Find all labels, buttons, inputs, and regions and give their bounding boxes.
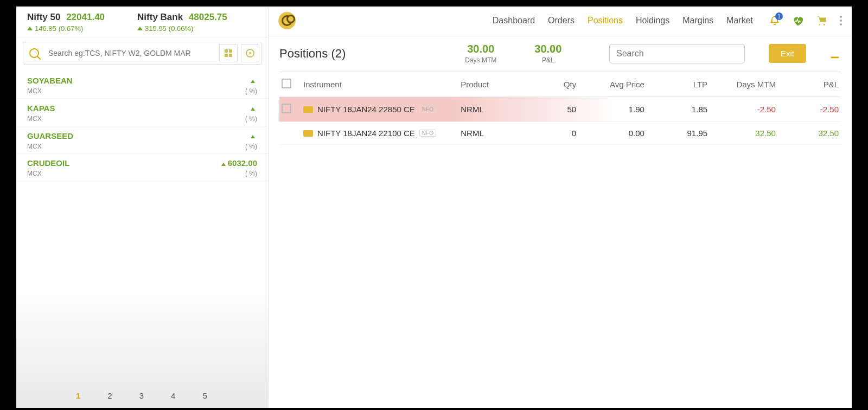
col-days-mtm[interactable]: Days MTM [707,80,776,89]
caret-up-icon [251,107,255,111]
gear-icon [246,49,254,57]
watchlist-item-name: CRUDEOIL [27,158,69,168]
watchlist-item-pct: ( %) [245,170,257,177]
cell-qty: 0 [524,129,576,138]
download-icon [829,48,841,60]
cell-instrument: NIFTY 18JAN24 22850 CE NFO [303,105,461,114]
caret-up-icon [27,27,33,30]
cell-mtm: -2.50 [707,105,776,114]
stat-pnl: 30.00 P&L [534,43,561,64]
nav-holdings[interactable]: Holdings [636,16,669,25]
col-ltp[interactable]: LTP [644,80,707,89]
nfo-tag: NFO [419,106,436,113]
caret-up-icon [251,135,255,138]
notification-badge: 1 [775,12,783,20]
watchlist: SOYABEAN MCX( %) KAPAS MCX( %) GUARSEED … [16,69,268,408]
download-button[interactable] [829,48,841,60]
watchlist-item[interactable]: SOYABEAN MCX( %) [16,71,268,99]
positions-search-input[interactable] [609,44,745,63]
index-niftybank[interactable]: Nifty Bank 48025.75 315.95 (0.66%) [137,12,227,33]
watchlist-item-pct: ( %) [245,87,257,95]
watchlist-search-input[interactable] [45,49,218,57]
search-icon [29,48,39,58]
table-header: Instrument Product Qty Avg Price LTP Day… [279,72,841,97]
watchlist-item-pct: ( %) [245,143,257,150]
nav-dashboard[interactable]: Dashboard [493,16,535,25]
watchlist-item-exchange: MCX [27,87,42,95]
cell-instrument: NIFTY 18JAN24 22100 CE NFO [303,129,461,138]
watchlist-item-exchange: MCX [27,170,42,177]
cell-mtm: 32.50 [707,129,776,138]
watchlist-item-exchange: MCX [27,115,42,123]
positions-table: Instrument Product Qty Avg Price LTP Day… [269,72,852,145]
watchlist-item-price: 6032.00 [228,158,257,168]
col-avg-price[interactable]: Avg Price [576,80,644,89]
table-row[interactable]: NIFTY 18JAN24 22850 CE NFO NRML 50 1.90 … [279,97,841,122]
caret-up-icon [221,163,226,166]
table-row[interactable]: NIFTY 18JAN24 22100 CE NFO NRML 0 0.00 9… [279,122,841,145]
page-5[interactable]: 5 [202,391,207,400]
col-instrument[interactable]: Instrument [303,80,461,89]
instrument-tag-icon [303,106,313,113]
page-2[interactable]: 2 [107,391,112,400]
caret-up-icon [137,27,143,30]
watchlist-item[interactable]: CRUDEOIL6032.00 MCX( %) [16,154,268,181]
nav-margins[interactable]: Margins [682,16,713,25]
grid-icon [225,49,232,57]
page-4[interactable]: 4 [171,391,175,400]
cell-qty: 50 [524,105,576,114]
cell-product: NRML [461,105,524,114]
cart-button[interactable] [816,15,828,27]
indices-bar: Nifty 50 22041.40 146.85 (0.67%) Nifty B… [16,7,268,37]
cell-avg: 0.00 [576,129,644,138]
watchlist-grid-button[interactable] [219,44,238,62]
watchlist-item[interactable]: KAPAS MCX( %) [16,99,268,126]
page-title: Positions (2) [279,47,346,61]
row-checkbox[interactable] [282,104,291,113]
positions-header: Positions (2) 30.00 Days MTM 30.00 P&L E… [269,35,852,72]
page-1[interactable]: 1 [76,391,80,400]
cell-ltp: 1.85 [644,105,707,114]
cell-pnl: 32.50 [776,129,839,138]
instrument-tag-icon [303,130,313,137]
watchlist-pagination: 1 2 3 4 5 [16,391,268,400]
watchlist-item-pct: ( %) [245,115,257,123]
watchlist-item-name: KAPAS [27,104,55,113]
nav-positions[interactable]: Positions [588,16,623,25]
stat-days-mtm: 30.00 Days MTM [465,43,496,64]
cell-ltp: 91.95 [644,129,707,138]
nav-market[interactable]: Market [726,16,753,25]
index-nifty50[interactable]: Nifty 50 22041.40 146.85 (0.67%) [27,12,105,33]
watchlist-item-name: GUARSEED [27,131,73,140]
cart-icon [816,15,828,27]
caret-up-icon [251,80,255,83]
cell-pnl: -2.50 [776,105,839,114]
nfo-tag: NFO [419,130,436,137]
cell-avg: 1.90 [576,105,644,114]
watchlist-settings-button[interactable] [241,44,259,62]
top-nav: Dashboard Orders Positions Holdings Marg… [269,7,852,35]
watchlist-item-exchange: MCX [27,143,42,150]
nav-orders[interactable]: Orders [548,16,575,25]
col-pnl[interactable]: P&L [776,80,839,89]
more-menu-button[interactable] [840,16,842,25]
col-product[interactable]: Product [461,80,524,89]
logo[interactable] [278,12,296,29]
health-button[interactable] [792,15,804,26]
select-all-checkbox[interactable] [282,79,291,88]
cell-product: NRML [461,129,524,138]
watchlist-item[interactable]: GUARSEED MCX( %) [16,126,268,154]
notifications-button[interactable]: 1 [769,15,780,27]
exit-button[interactable]: Exit [769,44,806,63]
col-qty[interactable]: Qty [524,80,576,89]
page-3[interactable]: 3 [139,391,144,400]
watchlist-search [23,42,261,65]
watchlist-item-name: SOYABEAN [27,76,73,85]
heart-pulse-icon [792,15,804,27]
